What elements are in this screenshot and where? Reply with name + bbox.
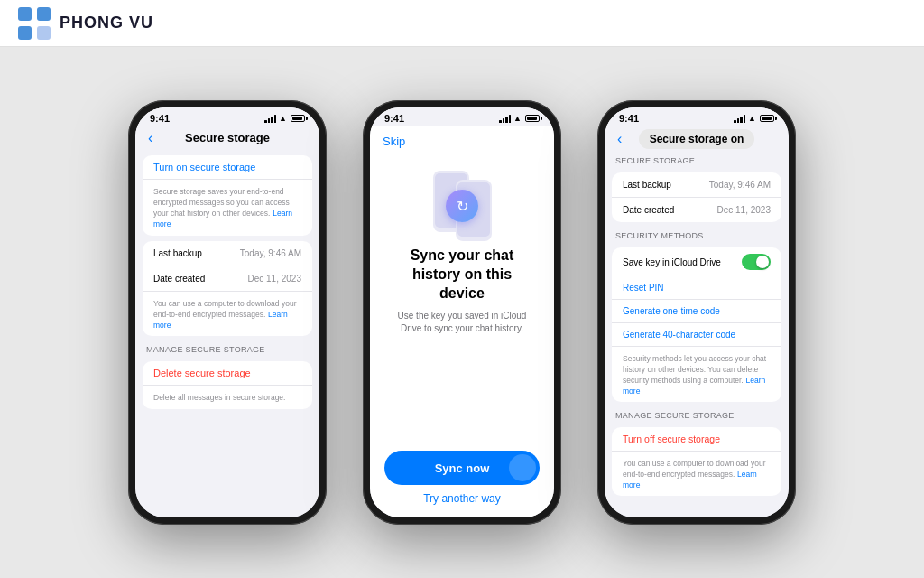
- phone-3-backup-section: Last backup Today, 9:46 AM Date created …: [612, 172, 781, 222]
- phones-illustration: ↻: [433, 171, 492, 241]
- phone-2-content: 9:41 ▲: [370, 107, 554, 517]
- sb3: [740, 117, 743, 123]
- phone-1-time: 9:41: [150, 113, 170, 124]
- battery-icon-3: [760, 115, 774, 122]
- header: PHONG VU: [0, 0, 924, 47]
- wifi-icon-2: ▲: [513, 114, 522, 123]
- phone-1-nav-title: Secure storage: [185, 131, 270, 144]
- sync-btn-circle: [509, 454, 536, 481]
- sync-title: Sync your chat history on this device: [388, 247, 536, 303]
- s1: [499, 120, 502, 123]
- phone-3-turn-off-section: Turn off secure storage You can use a co…: [612, 427, 781, 496]
- phone-3-content: 9:41 ▲: [605, 107, 789, 517]
- phone-3: 9:41 ▲: [597, 100, 796, 525]
- phong-vu-logo-icon: [18, 7, 51, 40]
- brand-name: PHONG VU: [60, 14, 153, 33]
- phone-1-status-bar: 9:41 ▲: [135, 107, 319, 126]
- skip-button[interactable]: Skip: [383, 135, 405, 148]
- sb4: [744, 115, 746, 123]
- signal-bar-3: [271, 117, 273, 123]
- reset-pin-item[interactable]: Reset PIN: [612, 276, 781, 300]
- battery-fill-2: [527, 117, 537, 120]
- phone-1-status-icons: ▲: [264, 114, 305, 123]
- phone-1-screen: 9:41 ▲: [135, 107, 319, 517]
- phone-3-time: 9:41: [619, 113, 639, 124]
- signal-bar-2: [268, 118, 271, 123]
- phone-3-date-created-row: Date created Dec 11, 2023: [612, 198, 781, 222]
- sb1: [734, 120, 736, 123]
- svg-rect-1: [37, 7, 51, 21]
- generate-one-time-item[interactable]: Generate one-time code: [612, 300, 781, 323]
- last-backup-row: Last backup Today, 9:46 AM: [143, 241, 312, 266]
- sync-description: Use the key you saved in iCloud Drive to…: [388, 310, 536, 335]
- phone-1-content: 9:41 ▲: [135, 107, 319, 517]
- phone-3-last-backup-row: Last backup Today, 9:46 AM: [612, 172, 781, 198]
- phone-3-screen: 9:41 ▲: [605, 107, 789, 517]
- signal-bars-3: [734, 115, 745, 123]
- phone-1-delete-note: Delete all messages in secure storage.: [143, 386, 312, 409]
- phone-3-secure-header: Secure storage: [605, 153, 789, 167]
- sync-now-button[interactable]: Sync now: [384, 451, 540, 485]
- phone-1-turn-on-section: Turn on secure storage Secure storage sa…: [143, 155, 312, 236]
- logo: PHONG VU: [18, 7, 153, 40]
- signal-bar-4: [274, 115, 277, 123]
- sync-circle-container: ↻: [446, 190, 478, 222]
- wifi-icon: ▲: [279, 114, 287, 123]
- generate-40-item[interactable]: Generate 40-character code: [612, 323, 781, 347]
- battery-fill-3: [762, 117, 772, 120]
- svg-rect-0: [18, 7, 32, 21]
- svg-rect-2: [18, 26, 32, 40]
- signal-bar-1: [264, 120, 267, 123]
- s3: [505, 117, 508, 123]
- toggle-knob: [756, 256, 769, 268]
- skip-bar: Skip: [370, 126, 554, 156]
- phone-3-turn-off-note: You can use a computer to download your …: [612, 452, 781, 496]
- try-another-way-link[interactable]: Try another way: [423, 492, 501, 505]
- secure-storage-on-badge: Secure storage on: [639, 129, 755, 149]
- phone-1-back-button[interactable]: ‹: [148, 130, 152, 146]
- phone-2-status-icons: ▲: [499, 114, 540, 123]
- svg-rect-3: [37, 26, 51, 40]
- phone-2-time: 9:41: [384, 113, 404, 124]
- phone-3-security-header: Security methods: [605, 228, 789, 242]
- phone-3-security-section: Save key in iCloud Drive Reset PIN Gener…: [612, 247, 781, 402]
- phone-1-description: Secure storage saves your end-to-end enc…: [143, 180, 312, 236]
- turn-off-secure-storage-item[interactable]: Turn off secure storage: [612, 427, 781, 452]
- s2: [503, 118, 505, 123]
- phone-3-back-button[interactable]: ‹: [617, 131, 622, 147]
- phone-3-status-icons: ▲: [734, 114, 774, 123]
- phone-3-badge-bar: ‹ Secure storage on: [605, 126, 789, 153]
- battery-fill: [292, 117, 302, 120]
- main-content: 9:41 ▲: [0, 47, 924, 578]
- phone-1-backup-section: Last backup Today, 9:46 AM Date created …: [143, 241, 312, 336]
- phone-1-download-note: You can use a computer to download your …: [143, 292, 312, 336]
- battery-icon-2: [525, 115, 540, 122]
- phone-1-delete-section: Delete secure storage Delete all message…: [143, 361, 312, 409]
- sb2: [737, 118, 740, 123]
- wifi-icon-3: ▲: [748, 114, 756, 123]
- phone-1: 9:41 ▲: [128, 100, 327, 525]
- sync-footer: Sync now Try another way: [370, 442, 554, 517]
- s4: [509, 115, 512, 123]
- signal-bars: [264, 115, 276, 123]
- sync-main-text: Sync your chat history on this device Us…: [370, 247, 554, 442]
- phone-2-screen: 9:41 ▲: [370, 107, 554, 517]
- sync-illustration: ↻: [370, 156, 554, 247]
- signal-bars-2: [499, 115, 511, 123]
- save-key-row: Save key in iCloud Drive: [612, 247, 781, 276]
- phone-1-manage-header: Manage secure storage: [135, 341, 319, 356]
- phone-3-status-bar: 9:41 ▲: [605, 107, 789, 126]
- save-key-toggle[interactable]: [742, 254, 771, 270]
- phone-2: 9:41 ▲: [363, 100, 561, 525]
- phone-3-security-note: Security methods let you access your cha…: [612, 347, 781, 402]
- phone-2-status-bar: 9:41 ▲: [370, 107, 554, 126]
- phone-1-nav-bar: ‹ Secure storage: [135, 126, 319, 150]
- date-created-row: Date created Dec 11, 2023: [143, 266, 312, 292]
- phone-3-manage-header: Manage secure storage: [605, 407, 789, 422]
- delete-secure-storage-item[interactable]: Delete secure storage: [143, 361, 312, 386]
- battery-icon: [291, 115, 305, 122]
- sync-circle-icon: ↻: [446, 190, 478, 222]
- turn-on-secure-storage-item[interactable]: Turn on secure storage: [143, 155, 312, 180]
- save-key-label: Save key in iCloud Drive: [623, 257, 721, 267]
